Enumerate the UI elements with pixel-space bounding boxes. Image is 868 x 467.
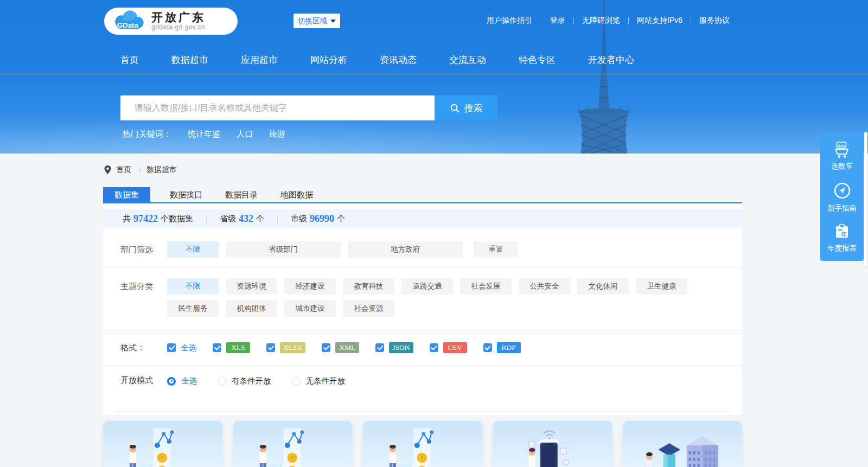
theme-option-education-tech[interactable]: 教育科技 <box>343 278 394 295</box>
tab-data-api[interactable]: 数据接口 <box>167 187 206 202</box>
tab-dataset[interactable]: 数据集 <box>103 187 150 202</box>
format-select-all-label: 全选 <box>181 343 196 353</box>
stats-total-prefix: 共 <box>123 214 131 224</box>
checkbox-checked-icon[interactable] <box>430 343 438 352</box>
nav-item-news[interactable]: 资讯动态 <box>380 54 417 66</box>
top-link-user-guide[interactable]: 用户操作指引 <box>487 16 532 25</box>
link-separator <box>691 17 691 24</box>
svg-text:$: $ <box>421 455 424 460</box>
open-mode-all-label: 全选 <box>181 376 197 386</box>
format-option-xml[interactable]: XML <box>322 342 359 353</box>
hot-keywords-label: 热门关键词： <box>123 129 171 139</box>
format-badge-xlsx: XLSX <box>280 342 305 353</box>
sidebar-item-beginner-guide[interactable]: 新手指南 <box>827 181 857 213</box>
sidebar-item-data-cart[interactable]: data 选数车 <box>831 140 853 171</box>
department-option-provincial[interactable]: 省级部门 <box>226 241 341 258</box>
stats-separator <box>277 215 278 223</box>
department-option-local-gov[interactable]: 地方政府 <box>348 241 463 258</box>
top-utility-links: 用户操作指引 登录 无障碍浏览 网站支持IPv6 服务协议 <box>487 16 730 25</box>
checkbox-checked-icon[interactable] <box>375 343 384 352</box>
nav-item-data-market[interactable]: 数据超市 <box>171 54 208 66</box>
breadcrumb-home[interactable]: 首页 <box>116 165 131 175</box>
format-option-rdf[interactable]: RDF <box>483 342 521 353</box>
search-button[interactable]: 搜索 <box>435 95 497 120</box>
tab-data-catalog[interactable]: 数据目录 <box>222 187 261 202</box>
theme-option-unlimited[interactable]: 不限 <box>167 278 219 295</box>
sidebar-item-annual-report[interactable]: 年 年度报表 <box>827 222 857 253</box>
theme-option-social-dev[interactable]: 社会发展 <box>460 278 512 295</box>
row-divider <box>103 333 742 334</box>
nav-item-special-zone[interactable]: 特色专区 <box>519 54 556 66</box>
hot-keyword-tourism[interactable]: 旅游 <box>269 129 285 139</box>
theme-option-urban-construction[interactable]: 城市建设 <box>284 300 336 317</box>
format-option-csv[interactable]: CSV <box>430 342 467 353</box>
promo-card-1[interactable]: $ $ <box>103 421 222 467</box>
checkbox-checked-icon[interactable] <box>213 343 221 352</box>
promo-card-4[interactable] <box>493 421 612 467</box>
theme-option-economy[interactable]: 经济建设 <box>284 278 336 295</box>
format-filter-row: 格式： 全选 XLS XLSX XML JSON <box>103 342 742 353</box>
format-option-xlsx[interactable]: XLSX <box>266 342 305 353</box>
format-option-xls[interactable]: XLS <box>213 342 250 353</box>
sidebar-item-label: 年度报表 <box>827 244 857 253</box>
format-badge-rdf: RDF <box>497 342 521 353</box>
radio-unselected-icon[interactable] <box>292 377 301 386</box>
promo-card-5[interactable] <box>623 421 742 467</box>
checkbox-checked-icon[interactable] <box>483 343 492 352</box>
department-option-unlimited[interactable]: 不限 <box>167 241 219 258</box>
theme-option-social-resources[interactable]: 社会资源 <box>343 300 394 317</box>
theme-option-livelihood[interactable]: 民生服务 <box>167 300 219 317</box>
region-switch-label: 切换区域 <box>298 16 327 26</box>
sidebar-item-label: 选数车 <box>831 162 853 171</box>
svg-text:$: $ <box>161 455 164 460</box>
search-button-label: 搜索 <box>464 102 483 114</box>
chevron-down-icon <box>330 20 336 23</box>
theme-option-public-safety[interactable]: 公共安全 <box>519 278 570 295</box>
top-link-login[interactable]: 登录 <box>550 16 565 25</box>
promo-card-3[interactable]: $ $ <box>363 421 482 467</box>
theme-option-health[interactable]: 卫生健康 <box>636 278 687 295</box>
top-link-accessibility[interactable]: 无障碍浏览 <box>582 16 620 25</box>
promo-card-2[interactable]: $ $ <box>233 421 353 467</box>
theme-filter-row: 主题分类 不限 资源环境 经济建设 教育科技 道路交通 社会发展 公共安全 文化… <box>103 278 742 317</box>
search-input[interactable] <box>120 95 435 120</box>
format-option-json[interactable]: JSON <box>375 342 413 353</box>
format-badge-json: JSON <box>389 342 413 353</box>
hot-keywords: 热门关键词： 统计年鉴 人口 旅游 <box>123 129 285 139</box>
link-separator <box>573 17 574 24</box>
site-logo[interactable]: GData 开放广东 gddata.gd.gov.cn <box>104 8 238 35</box>
theme-option-road-traffic[interactable]: 道路交通 <box>401 278 453 295</box>
open-mode-filter-label: 开放模式 <box>120 375 153 386</box>
nav-item-site-analysis[interactable]: 网站分析 <box>310 54 347 66</box>
scrollbar-thumb[interactable] <box>864 132 867 267</box>
top-link-ipv6[interactable]: 网站支持IPv6 <box>637 16 682 25</box>
nav-item-home[interactable]: 首页 <box>120 54 139 66</box>
top-link-service-agreement[interactable]: 服务协议 <box>699 16 730 25</box>
location-pin-icon <box>104 165 111 174</box>
hot-keyword-population[interactable]: 人口 <box>237 129 253 139</box>
checkbox-checked-icon[interactable] <box>322 343 330 352</box>
city-buildings-illustration <box>623 421 742 467</box>
region-switch-button[interactable]: 切换区域 <box>293 14 340 28</box>
open-mode-option-conditional[interactable]: 有条件开放 <box>218 376 271 386</box>
tab-map-data[interactable]: 地图数据 <box>277 187 316 202</box>
theme-option-culture-leisure[interactable]: 文化休闲 <box>577 278 629 295</box>
reset-button[interactable]: 重置 <box>474 241 518 258</box>
mobile-app-illustration <box>493 421 612 467</box>
radio-unselected-icon[interactable] <box>218 377 226 386</box>
format-select-all[interactable]: 全选 <box>167 343 196 353</box>
nav-item-developer-center[interactable]: 开发者中心 <box>588 54 634 66</box>
checkbox-checked-icon[interactable] <box>167 343 176 352</box>
theme-option-organizations[interactable]: 机构团体 <box>226 300 277 317</box>
open-mode-option-all[interactable]: 全选 <box>167 376 197 386</box>
nav-item-app-market[interactable]: 应用超市 <box>241 54 278 66</box>
checkbox-checked-icon[interactable] <box>266 343 275 352</box>
radio-selected-icon[interactable] <box>167 377 176 386</box>
theme-filter-label: 主题分类 <box>120 282 153 292</box>
theme-option-resources-env[interactable]: 资源环境 <box>226 278 277 295</box>
data-tabs: 数据集 数据接口 数据目录 地图数据 <box>103 187 316 202</box>
hot-keyword-statistics-yearbook[interactable]: 统计年鉴 <box>188 129 220 139</box>
open-mode-option-unconditional[interactable]: 无条件开放 <box>292 376 346 386</box>
stats-bar: 共 97422 个数据集 省级 432 个 市级 96990 个 <box>103 209 742 228</box>
nav-item-interaction[interactable]: 交流互动 <box>449 54 486 66</box>
